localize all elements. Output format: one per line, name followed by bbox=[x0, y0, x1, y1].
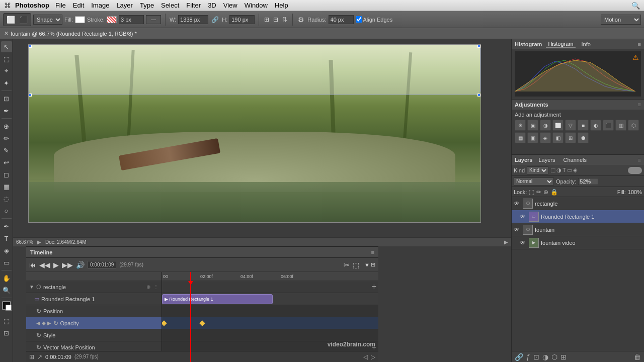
healing-brush-tool[interactable]: ⊕ bbox=[1, 121, 12, 132]
tool-icon2[interactable]: ⬛ bbox=[18, 15, 29, 25]
add-style-btn[interactable]: ƒ bbox=[526, 353, 530, 361]
canvas-info-icon[interactable]: ▶ bbox=[37, 239, 41, 245]
histogram-tab[interactable]: Histogram bbox=[546, 41, 575, 48]
eraser-tool[interactable]: ◻ bbox=[1, 169, 12, 180]
adj-curves-btn[interactable]: ◑ bbox=[540, 120, 551, 131]
adj-levels-btn[interactable]: ▣ bbox=[527, 120, 538, 131]
layers-tab[interactable]: Layers bbox=[536, 157, 557, 163]
foreground-color[interactable] bbox=[2, 301, 11, 310]
menu-help[interactable]: Help bbox=[272, 2, 291, 9]
height-input[interactable] bbox=[229, 15, 255, 24]
filter-shape-icon[interactable]: ▭ bbox=[567, 167, 572, 173]
hand-tool[interactable]: ✋ bbox=[1, 273, 12, 284]
adj-threshold-btn[interactable]: ◧ bbox=[552, 132, 564, 143]
timeline-layer-rounded-rect[interactable]: ▭ Rounded Rectangle 1 bbox=[26, 293, 162, 305]
align-edges-checkbox[interactable] bbox=[356, 16, 362, 23]
zoom-tool[interactable]: 🔍 bbox=[1, 285, 12, 296]
visibility-eye-rounded-rect[interactable]: 👁 bbox=[520, 213, 527, 220]
motion-select[interactable]: Motion bbox=[601, 15, 641, 25]
quick-mask-toggle[interactable]: ⬚ bbox=[1, 315, 12, 326]
step-back-btn[interactable]: ◀◀ bbox=[39, 261, 50, 269]
play-btn[interactable]: ▶ bbox=[53, 261, 59, 269]
play-btn[interactable]: ▶ bbox=[504, 239, 508, 245]
add-track-btn[interactable]: + bbox=[372, 282, 376, 291]
path-select-tool[interactable]: ◈ bbox=[1, 245, 12, 256]
filter-pixel-icon[interactable]: ⬚ bbox=[550, 167, 555, 173]
timeline-group-rectangle[interactable]: ▼ ⬡ rectangle ⊕ ⋮ bbox=[26, 281, 162, 293]
fit-view-btn[interactable]: ⊞ bbox=[371, 261, 375, 268]
align-icon[interactable]: ⊟ bbox=[272, 15, 279, 24]
adj-posterize-btn[interactable]: ◈ bbox=[540, 132, 551, 143]
shape-tool[interactable]: ▭ bbox=[1, 257, 12, 268]
menu-window[interactable]: Window bbox=[242, 2, 271, 9]
adj-selective-color-btn[interactable]: ⬢ bbox=[578, 132, 589, 143]
scissors-icon[interactable]: ✂ bbox=[344, 261, 350, 269]
new-layer-btn[interactable]: ⊞ bbox=[560, 353, 567, 361]
filter-toggle[interactable] bbox=[628, 167, 642, 174]
link-icon[interactable]: 🔗 bbox=[210, 15, 220, 24]
channels-tab[interactable]: Channels bbox=[561, 157, 589, 163]
clone-stamp-tool[interactable]: ✎ bbox=[1, 145, 12, 156]
layer-item-fountain-group[interactable]: 👁 ⬡ fountain bbox=[512, 223, 644, 236]
link-layers-btn[interactable]: 🔗 bbox=[515, 353, 523, 361]
layer-item-fountain-video[interactable]: 👁 ▶ fountain video bbox=[512, 236, 644, 249]
gear-icon[interactable]: ⚙ bbox=[297, 15, 305, 25]
menu-file[interactable]: File bbox=[52, 2, 69, 9]
eyedropper-tool[interactable]: ✒ bbox=[1, 105, 12, 116]
expand-icon[interactable]: ▼ bbox=[364, 262, 370, 268]
move-tool[interactable]: ↖ bbox=[1, 41, 12, 52]
apple-menu[interactable]: ⌘ bbox=[4, 2, 11, 10]
screen-mode[interactable]: ⊡ bbox=[1, 327, 12, 338]
adj-channelmixer-btn[interactable]: ⬡ bbox=[628, 120, 639, 131]
path-arrange-icon[interactable]: ⇅ bbox=[281, 15, 288, 24]
timeline-share-btn[interactable]: ↗ bbox=[37, 353, 42, 360]
audio-btn[interactable]: 🔊 bbox=[76, 261, 85, 269]
delete-layer-btn[interactable]: 🗑 bbox=[634, 353, 641, 361]
adj-hsl-btn[interactable]: ■ bbox=[578, 120, 589, 131]
radius-input[interactable] bbox=[329, 15, 354, 24]
adjustments-expand-icon[interactable]: ≡ bbox=[638, 102, 641, 108]
timeline-view-btn[interactable]: ⊞ bbox=[29, 353, 34, 360]
menu-layer[interactable]: Layer bbox=[113, 2, 136, 9]
visibility-eye-fountain[interactable]: 👁 bbox=[514, 226, 521, 233]
adj-vibrance-btn[interactable]: ▽ bbox=[565, 120, 576, 131]
step-forward-btn[interactable]: ▶▶ bbox=[62, 261, 73, 269]
lock-position-icon[interactable]: ⊕ bbox=[543, 189, 548, 196]
app-name[interactable]: Photoshop bbox=[15, 2, 49, 9]
prop-style[interactable]: ↻ Style bbox=[26, 329, 162, 341]
brush-tool[interactable]: ✏ bbox=[1, 133, 12, 144]
next-frame-btn[interactable]: ▷ bbox=[371, 353, 375, 360]
transition-icon[interactable]: ⬚ bbox=[353, 261, 359, 269]
timeline-collapse-icon[interactable]: ≡ bbox=[371, 249, 374, 255]
path-ops-icon[interactable]: ⊞ bbox=[263, 15, 270, 24]
visibility-eye-rectangle[interactable]: 👁 bbox=[514, 200, 521, 207]
adj-invert-btn[interactable]: ▣ bbox=[527, 132, 538, 143]
blur-tool[interactable]: ◌ bbox=[1, 193, 12, 204]
menu-type[interactable]: Type bbox=[137, 2, 157, 9]
gradient-tool[interactable]: ▦ bbox=[1, 181, 12, 192]
selection-tool[interactable]: ⬚ bbox=[1, 53, 12, 64]
filter-kind-select[interactable]: Kind bbox=[527, 166, 548, 174]
stroke-color-swatch[interactable] bbox=[107, 16, 117, 23]
lasso-tool[interactable]: ⌖ bbox=[1, 65, 12, 76]
menu-edit[interactable]: Edit bbox=[70, 2, 87, 9]
prop-opacity[interactable]: ◀ ◆ ▶ ↻ Opacity bbox=[26, 317, 162, 329]
canvas-container[interactable] bbox=[28, 44, 481, 223]
fill-color-swatch[interactable] bbox=[75, 16, 85, 23]
adj-brightness-btn[interactable]: ☀ bbox=[515, 120, 526, 131]
lock-all-icon[interactable]: 🔒 bbox=[550, 189, 558, 196]
layer-item-rectangle-group[interactable]: 👁 ⬡ rectangle bbox=[512, 197, 644, 210]
adj-gradient-map-btn[interactable]: ⊞ bbox=[565, 132, 576, 143]
crop-tool[interactable]: ⊡ bbox=[1, 93, 12, 104]
histogram-options-icon[interactable]: ≡ bbox=[638, 41, 641, 47]
adj-colorbalance-btn[interactable]: ◐ bbox=[590, 120, 601, 131]
playhead[interactable] bbox=[190, 272, 191, 362]
menu-view[interactable]: View bbox=[220, 2, 240, 9]
goto-start-btn[interactable]: ⏮ bbox=[29, 261, 36, 269]
lock-transparent-icon[interactable]: ⬚ bbox=[529, 189, 534, 196]
search-icon[interactable]: 🔍 bbox=[631, 2, 640, 10]
pen-tool[interactable]: ✒ bbox=[1, 221, 12, 232]
filter-smart-icon[interactable]: ◈ bbox=[573, 167, 577, 173]
add-mask-btn[interactable]: ⊡ bbox=[533, 353, 539, 361]
magic-wand-tool[interactable]: ✦ bbox=[1, 77, 12, 88]
